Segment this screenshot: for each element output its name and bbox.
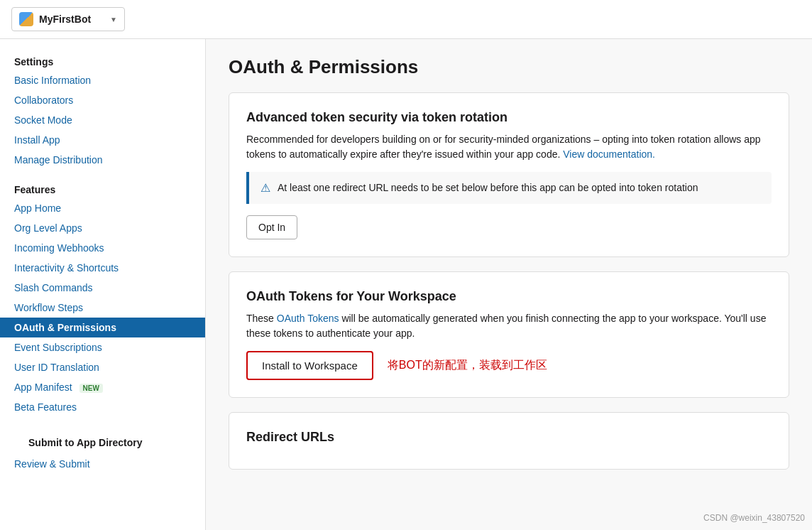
redirect-urls-title: Redirect URLs [246, 430, 772, 445]
alert-box: ⚠ At least one redirect URL needs to be … [246, 172, 772, 204]
chinese-annotation: 将BOT的新配置，装载到工作区 [388, 358, 547, 373]
layout: Settings Basic Information Collaborators… [0, 39, 812, 530]
sidebar-item-app-manifest[interactable]: App Manifest NEW [0, 377, 205, 397]
token-security-card: Advanced token security via token rotati… [229, 92, 789, 257]
app-name: MyFirstBot [39, 13, 104, 25]
app-selector[interactable]: MyFirstBot ▼ [11, 7, 125, 31]
sidebar-item-install-app[interactable]: Install App [0, 130, 205, 150]
sidebar-item-user-id-translation[interactable]: User ID Translation [0, 357, 205, 377]
features-section-title: Features [0, 178, 205, 198]
top-bar: MyFirstBot ▼ [0, 0, 812, 39]
main-content: OAuth & Permissions Advanced token secur… [206, 39, 812, 530]
sidebar-item-review-submit[interactable]: Review & Submit [0, 454, 205, 474]
oauth-tokens-desc: These OAuth Tokens will be automatically… [246, 311, 772, 341]
sidebar-item-socket-mode[interactable]: Socket Mode [0, 110, 205, 130]
oauth-tokens-title: OAuth Tokens for Your Workspace [246, 289, 772, 304]
redirect-urls-card: Redirect URLs [229, 412, 789, 470]
app-icon [19, 12, 33, 26]
oauth-tokens-actions: Install to Workspace 将BOT的新配置，装载到工作区 [246, 351, 772, 380]
oauth-tokens-link[interactable]: OAuth Tokens [277, 313, 339, 324]
sidebar-item-oauth-permissions[interactable]: OAuth & Permissions [0, 318, 205, 337]
sidebar-item-interactivity-shortcuts[interactable]: Interactivity & Shortcuts [0, 258, 205, 278]
token-security-desc: Recommended for developers building on o… [246, 132, 772, 162]
sidebar-item-basic-information[interactable]: Basic Information [0, 70, 205, 90]
watermark: CSDN @weixin_43807520 [703, 513, 805, 523]
sidebar-item-incoming-webhooks[interactable]: Incoming Webhooks [0, 238, 205, 258]
sidebar-item-slash-commands[interactable]: Slash Commands [0, 278, 205, 298]
oauth-tokens-card: OAuth Tokens for Your Workspace These OA… [229, 271, 789, 398]
chevron-down-icon: ▼ [110, 16, 117, 23]
page-title: OAuth & Permissions [229, 56, 789, 78]
submit-section-title: Submit to App Directory [14, 431, 191, 451]
view-documentation-link[interactable]: View documentation. [563, 148, 655, 160]
sidebar-item-collaborators[interactable]: Collaborators [0, 90, 205, 110]
sidebar-item-event-subscriptions[interactable]: Event Subscriptions [0, 337, 205, 357]
warning-icon: ⚠ [260, 181, 270, 195]
sidebar-item-workflow-steps[interactable]: Workflow Steps [0, 298, 205, 318]
settings-section-title: Settings [0, 50, 205, 70]
sidebar: Settings Basic Information Collaborators… [0, 39, 206, 530]
submit-section: Submit to App Directory [0, 426, 205, 454]
sidebar-item-org-level-apps[interactable]: Org Level Apps [0, 218, 205, 238]
sidebar-item-beta-features[interactable]: Beta Features [0, 397, 205, 417]
alert-text: At least one redirect URL needs to be se… [278, 180, 698, 195]
sidebar-item-manage-distribution[interactable]: Manage Distribution [0, 150, 205, 170]
opt-in-button[interactable]: Opt In [246, 215, 297, 239]
sidebar-item-app-home[interactable]: App Home [0, 198, 205, 218]
new-badge: NEW [79, 384, 103, 393]
token-security-title: Advanced token security via token rotati… [246, 110, 772, 125]
install-to-workspace-button[interactable]: Install to Workspace [246, 351, 373, 380]
